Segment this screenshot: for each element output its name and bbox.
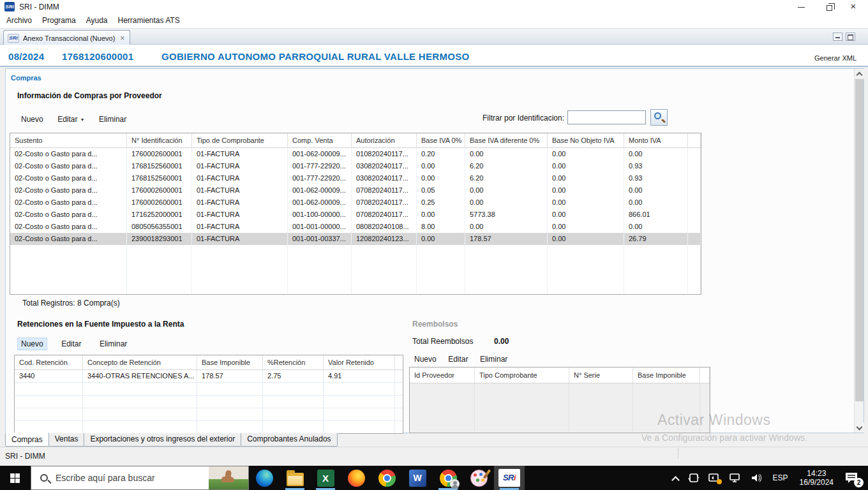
scrollbar-up-icon[interactable] <box>855 69 864 78</box>
filter-input[interactable] <box>567 110 646 124</box>
restore-button[interactable] <box>818 0 840 14</box>
minimize-button[interactable] <box>790 0 812 14</box>
table-cell: 2.75 <box>263 370 324 383</box>
column-header[interactable]: Base No Objeto IVA <box>548 133 624 147</box>
word-taskbar-icon[interactable]: W <box>402 466 433 490</box>
filter-search-button[interactable] <box>650 109 668 126</box>
bottom-tab-compras[interactable]: Compras <box>5 433 49 447</box>
reembolsos-editar-button[interactable]: Editar <box>448 355 468 364</box>
table-filler <box>10 245 701 294</box>
column-header[interactable]: Concepto de Retención <box>83 355 197 369</box>
taskbar-search[interactable]: Escribe aquí para buscar <box>31 466 249 490</box>
column-header[interactable]: Autorización <box>352 133 417 147</box>
retenciones-nuevo-button[interactable]: Nuevo <box>18 338 47 350</box>
tab-anexo-transaccional[interactable]: SRi Anexo Transaccional (Nuevo) × <box>3 30 130 45</box>
table-cell: 030820240117... <box>352 160 417 172</box>
table-cell: 0.00 <box>417 233 465 245</box>
table-cell: 0.00 <box>624 184 688 197</box>
view-minimize-icon[interactable] <box>833 33 842 41</box>
filler-cell <box>352 245 417 294</box>
column-header[interactable]: %Retención <box>263 355 324 369</box>
table-row[interactable]: 02-Costo o Gasto para d...17162520000010… <box>10 209 701 221</box>
total-registros-label: Total Registros: 8 Compra(s) <box>22 299 120 308</box>
table-row[interactable]: 02-Costo o Gasto para d...08050563550010… <box>10 221 701 233</box>
tab-close-icon[interactable]: × <box>120 34 124 43</box>
vertical-scrollbar[interactable] <box>854 69 864 433</box>
compras-nuevo-button[interactable]: Nuevo <box>21 115 43 124</box>
menu-item-ayuda[interactable]: Ayuda <box>81 14 113 25</box>
table-cell <box>688 160 701 172</box>
column-header[interactable]: N° Identificación <box>127 133 192 147</box>
status-bar-text: SRI - DIMM <box>5 452 45 461</box>
filler-cell <box>624 245 688 294</box>
reembolsos-eliminar-button[interactable]: Eliminar <box>480 355 507 364</box>
generar-xml-button[interactable]: Generar XML <box>814 54 857 62</box>
file-explorer-icon <box>287 473 304 486</box>
paint-taskbar-icon[interactable] <box>463 466 494 490</box>
table-row[interactable]: 02-Costo o Gasto para d...23900182930010… <box>10 233 701 245</box>
search-highlight-image[interactable] <box>209 466 248 489</box>
retenciones-eliminar-button[interactable]: Eliminar <box>96 338 130 350</box>
close-button[interactable]: × <box>842 0 864 14</box>
bottom-tab-comprobantes-anulados[interactable]: Comprobantes Anulados <box>241 433 337 447</box>
column-header[interactable]: Comp. Venta <box>288 133 352 147</box>
tray-chevron-up-icon[interactable] <box>673 476 679 482</box>
empty-row <box>15 408 403 421</box>
table-row[interactable]: 02-Costo o Gasto para d...17600026000010… <box>10 184 701 197</box>
language-indicator[interactable]: ESP <box>773 473 788 482</box>
taskbar: Escribe aquí para buscar XWSRi ESP 14:23… <box>0 466 868 490</box>
table-row[interactable]: 02-Costo o Gasto para d...17681525600010… <box>10 172 701 184</box>
column-header[interactable]: Base Imponible <box>197 355 263 369</box>
column-header[interactable]: Sustento <box>10 133 127 147</box>
column-header[interactable]: Base IVA diferente 0% <box>465 133 548 147</box>
disabled-cell <box>633 383 700 433</box>
retenciones-editar-button[interactable]: Editar <box>58 338 84 350</box>
column-header[interactable]: Monto IVA <box>624 133 688 147</box>
table-row[interactable]: 02-Costo o Gasto para d...17600026000010… <box>10 148 701 160</box>
bottom-tab-ventas[interactable]: Ventas <box>49 433 85 447</box>
firefox-taskbar-icon[interactable] <box>341 466 371 490</box>
scrollbar-thumb[interactable] <box>855 79 864 401</box>
menu-item-herramientas-ats[interactable]: Herramientas ATS <box>113 14 185 25</box>
scrollbar-down-icon[interactable] <box>855 423 864 433</box>
table-row[interactable]: 34403440-OTRAS RETENCIONES A...178.572.7… <box>15 370 403 383</box>
edge-taskbar-icon[interactable] <box>249 466 280 490</box>
view-maximize-icon[interactable] <box>846 33 855 41</box>
network-icon[interactable] <box>729 473 742 483</box>
bottom-tab-exportaciones-y-otros-ingresos-del-exterior[interactable]: Exportaciones y otros ingresos del exter… <box>84 433 241 447</box>
table-cell: 0.00 <box>548 184 624 197</box>
update-status-icon[interactable] <box>708 473 720 483</box>
speaker-icon[interactable] <box>751 473 763 483</box>
table-row[interactable]: 02-Costo o Gasto para d...17600026000010… <box>10 197 701 209</box>
file-explorer-taskbar-icon[interactable] <box>280 466 310 490</box>
column-header[interactable]: Tipo de Comprobante <box>192 133 288 147</box>
tablet-mode-icon[interactable] <box>688 473 700 483</box>
disabled-cell <box>475 383 569 433</box>
notification-center-icon[interactable]: 2 <box>844 471 860 485</box>
menu-item-archivo[interactable]: Archivo <box>1 14 37 25</box>
compras-editar-button[interactable]: Editar▼ <box>57 115 84 124</box>
start-button[interactable] <box>0 466 31 490</box>
filler-cell <box>127 245 192 294</box>
clock[interactable]: 14:23 16/9/2024 <box>800 469 834 487</box>
column-header[interactable]: N° Serie <box>569 368 633 383</box>
excel-taskbar-icon[interactable]: X <box>310 466 341 490</box>
compras-eliminar-button[interactable]: Eliminar <box>99 115 126 124</box>
chrome-profile-taskbar-icon[interactable] <box>433 466 463 490</box>
column-header[interactable]: Base IVA 0% <box>417 133 465 147</box>
column-header[interactable]: Valor Retenido <box>324 355 395 369</box>
table-row[interactable]: 02-Costo o Gasto para d...17681525600010… <box>10 160 701 172</box>
menu-item-programa[interactable]: Programa <box>37 14 81 25</box>
column-header[interactable]: Base Imponible <box>633 368 700 383</box>
table-cell <box>688 233 701 245</box>
section-label-compras: Compras <box>11 74 41 82</box>
chrome-taskbar-icon[interactable] <box>371 466 402 490</box>
column-header[interactable]: Tipo Comprobante <box>475 368 569 383</box>
column-header[interactable]: Cod. Retención <box>15 355 83 369</box>
reembolsos-nuevo-button[interactable]: Nuevo <box>414 355 437 364</box>
table-cell: 02-Costo o Gasto para d... <box>10 160 127 172</box>
table-cell: 1768152560001 <box>127 172 192 184</box>
sri-taskbar-icon[interactable]: SRi <box>494 466 525 490</box>
column-header[interactable]: Id Proveedor <box>410 368 475 383</box>
empty-cell <box>83 408 197 421</box>
